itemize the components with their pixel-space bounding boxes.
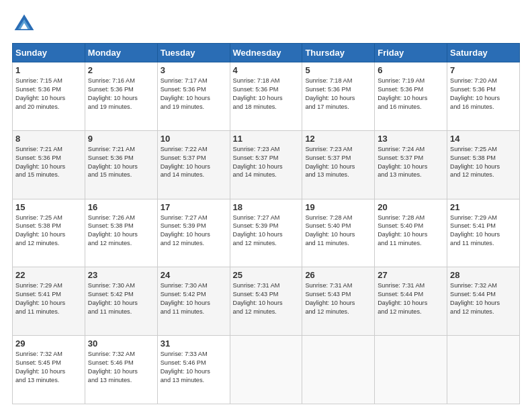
day-info: Sunrise: 7:28 AMSunset: 5:40 PMDaylight:… [378,214,444,248]
day-number: 24 [161,270,227,280]
calendar-header-cell: Sunday [13,44,85,62]
calendar-header-row: SundayMondayTuesdayWednesdayThursdayFrid… [13,44,520,62]
day-info: Sunrise: 7:19 AMSunset: 5:36 PMDaylight:… [378,77,444,111]
day-number: 13 [378,134,444,144]
calendar-cell: 17Sunrise: 7:27 AMSunset: 5:39 PMDayligh… [157,199,230,267]
calendar-cell [375,336,447,404]
day-number: 12 [305,134,371,144]
day-number: 5 [305,65,371,75]
day-info: Sunrise: 7:32 AMSunset: 5:45 PMDaylight:… [15,350,82,385]
day-number: 28 [450,270,517,280]
day-number: 4 [233,65,300,75]
calendar-cell: 2Sunrise: 7:16 AMSunset: 5:36 PMDaylight… [85,62,157,131]
calendar-cell: 24Sunrise: 7:30 AMSunset: 5:42 PMDayligh… [157,267,230,336]
calendar-cell: 18Sunrise: 7:27 AMSunset: 5:39 PMDayligh… [230,199,302,267]
calendar-cell: 4Sunrise: 7:18 AMSunset: 5:36 PMDaylight… [230,62,302,131]
day-info: Sunrise: 7:27 AMSunset: 5:39 PMDaylight:… [161,214,227,248]
calendar-cell [302,336,375,404]
calendar-week-row: 22Sunrise: 7:29 AMSunset: 5:41 PMDayligh… [13,267,520,336]
day-number: 25 [233,270,300,280]
calendar-cell: 9Sunrise: 7:21 AMSunset: 5:36 PMDaylight… [85,130,157,199]
day-number: 18 [233,202,300,212]
day-number: 21 [450,202,517,212]
day-info: Sunrise: 7:24 AMSunset: 5:37 PMDaylight:… [378,145,444,180]
day-info: Sunrise: 7:25 AMSunset: 5:38 PMDaylight:… [450,145,517,180]
calendar-cell: 7Sunrise: 7:20 AMSunset: 5:36 PMDaylight… [447,62,520,131]
calendar-cell: 27Sunrise: 7:31 AMSunset: 5:44 PMDayligh… [375,267,447,336]
calendar-header-cell: Saturday [447,44,520,62]
day-info: Sunrise: 7:32 AMSunset: 5:44 PMDaylight:… [450,281,517,316]
day-info: Sunrise: 7:18 AMSunset: 5:36 PMDaylight:… [233,77,300,111]
calendar-cell: 3Sunrise: 7:17 AMSunset: 5:36 PMDaylight… [157,62,230,131]
calendar-cell: 30Sunrise: 7:32 AMSunset: 5:46 PMDayligh… [85,336,157,404]
calendar-header-cell: Wednesday [230,44,302,62]
logo [12,12,39,36]
day-info: Sunrise: 7:31 AMSunset: 5:43 PMDaylight:… [305,281,371,316]
day-info: Sunrise: 7:15 AMSunset: 5:36 PMDaylight:… [15,77,82,111]
day-info: Sunrise: 7:29 AMSunset: 5:41 PMDaylight:… [450,214,517,248]
calendar-week-row: 1Sunrise: 7:15 AMSunset: 5:36 PMDaylight… [13,62,520,131]
calendar-week-row: 15Sunrise: 7:25 AMSunset: 5:38 PMDayligh… [13,199,520,267]
day-number: 26 [305,270,371,280]
calendar-cell: 11Sunrise: 7:23 AMSunset: 5:37 PMDayligh… [230,130,302,199]
day-number: 9 [88,134,154,144]
calendar-cell: 1Sunrise: 7:15 AMSunset: 5:36 PMDaylight… [13,62,85,131]
day-info: Sunrise: 7:21 AMSunset: 5:36 PMDaylight:… [15,145,82,180]
day-info: Sunrise: 7:27 AMSunset: 5:39 PMDaylight:… [233,214,300,248]
calendar-cell: 26Sunrise: 7:31 AMSunset: 5:43 PMDayligh… [302,267,375,336]
calendar-cell: 13Sunrise: 7:24 AMSunset: 5:37 PMDayligh… [375,130,447,199]
calendar-cell: 8Sunrise: 7:21 AMSunset: 5:36 PMDaylight… [13,130,85,199]
day-number: 23 [88,270,154,280]
day-number: 14 [450,134,517,144]
day-info: Sunrise: 7:20 AMSunset: 5:36 PMDaylight:… [450,77,517,111]
logo-icon [12,12,36,36]
day-number: 22 [15,270,82,280]
calendar-cell: 29Sunrise: 7:32 AMSunset: 5:45 PMDayligh… [13,336,85,404]
calendar-table: SundayMondayTuesdayWednesdayThursdayFrid… [12,43,520,404]
day-number: 15 [15,202,82,212]
calendar-week-row: 8Sunrise: 7:21 AMSunset: 5:36 PMDaylight… [13,130,520,199]
calendar-cell: 14Sunrise: 7:25 AMSunset: 5:38 PMDayligh… [447,130,520,199]
calendar-cell: 15Sunrise: 7:25 AMSunset: 5:38 PMDayligh… [13,199,85,267]
day-number: 19 [305,202,371,212]
day-number: 3 [161,65,227,75]
day-info: Sunrise: 7:33 AMSunset: 5:46 PMDaylight:… [161,350,227,385]
calendar-cell: 16Sunrise: 7:26 AMSunset: 5:38 PMDayligh… [85,199,157,267]
calendar-header-cell: Thursday [302,44,375,62]
day-info: Sunrise: 7:30 AMSunset: 5:42 PMDaylight:… [88,281,154,316]
calendar-cell: 6Sunrise: 7:19 AMSunset: 5:36 PMDaylight… [375,62,447,131]
calendar-cell: 21Sunrise: 7:29 AMSunset: 5:41 PMDayligh… [447,199,520,267]
day-number: 2 [88,65,154,75]
calendar-header-cell: Monday [85,44,157,62]
calendar-cell: 25Sunrise: 7:31 AMSunset: 5:43 PMDayligh… [230,267,302,336]
day-number: 8 [15,134,82,144]
calendar-header-cell: Friday [375,44,447,62]
day-info: Sunrise: 7:22 AMSunset: 5:37 PMDaylight:… [161,145,227,180]
day-info: Sunrise: 7:23 AMSunset: 5:37 PMDaylight:… [233,145,300,180]
day-info: Sunrise: 7:18 AMSunset: 5:36 PMDaylight:… [305,77,371,111]
calendar-cell: 20Sunrise: 7:28 AMSunset: 5:40 PMDayligh… [375,199,447,267]
day-number: 10 [161,134,227,144]
day-info: Sunrise: 7:21 AMSunset: 5:36 PMDaylight:… [88,145,154,180]
day-info: Sunrise: 7:32 AMSunset: 5:46 PMDaylight:… [88,350,154,385]
calendar-cell: 10Sunrise: 7:22 AMSunset: 5:37 PMDayligh… [157,130,230,199]
calendar-cell [230,336,302,404]
header [12,12,520,36]
day-number: 6 [378,65,444,75]
calendar-week-row: 29Sunrise: 7:32 AMSunset: 5:45 PMDayligh… [13,336,520,404]
calendar-cell: 12Sunrise: 7:23 AMSunset: 5:37 PMDayligh… [302,130,375,199]
day-info: Sunrise: 7:25 AMSunset: 5:38 PMDaylight:… [15,214,82,248]
calendar-cell: 23Sunrise: 7:30 AMSunset: 5:42 PMDayligh… [85,267,157,336]
day-number: 20 [378,202,444,212]
day-info: Sunrise: 7:29 AMSunset: 5:41 PMDaylight:… [15,281,82,316]
day-number: 29 [15,338,82,349]
day-info: Sunrise: 7:17 AMSunset: 5:36 PMDaylight:… [161,77,227,111]
day-number: 31 [161,338,227,349]
day-number: 7 [450,65,517,75]
day-number: 27 [378,270,444,280]
calendar-cell: 22Sunrise: 7:29 AMSunset: 5:41 PMDayligh… [13,267,85,336]
calendar-cell: 19Sunrise: 7:28 AMSunset: 5:40 PMDayligh… [302,199,375,267]
day-number: 11 [233,134,300,144]
calendar-header-cell: Tuesday [157,44,230,62]
day-number: 1 [15,65,82,75]
